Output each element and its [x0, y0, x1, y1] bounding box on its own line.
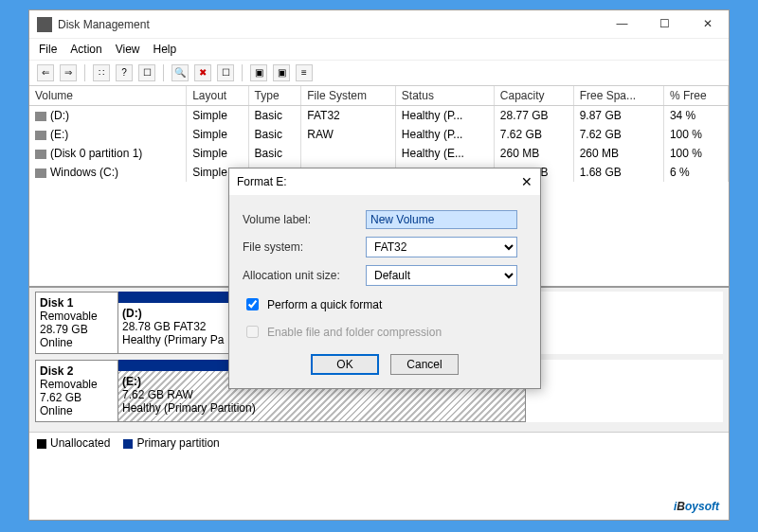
file-system-select[interactable]: FAT32 [366, 237, 517, 257]
table-row[interactable]: (E:)SimpleBasicRAWHealthy (P...7.62 GB7.… [29, 125, 729, 144]
dialog-title: Format E: [237, 175, 521, 188]
legend: Unallocated Primary partition [29, 432, 729, 453]
table-row[interactable]: (D:)SimpleBasicFAT32Healthy (P...28.77 G… [29, 106, 729, 126]
maximize-button[interactable]: ☐ [643, 10, 686, 39]
toolbar-icon[interactable]: 🔍 [171, 64, 189, 81]
col-type[interactable]: Type [248, 86, 301, 106]
watermark-logo: iBoysoft [674, 491, 719, 516]
separator [242, 64, 243, 81]
table-row[interactable]: (Disk 0 partition 1)SimpleBasicHealthy (… [29, 144, 729, 163]
swatch-primary [123, 439, 133, 449]
col-pct[interactable]: % Free [663, 86, 728, 106]
swatch-unallocated [37, 439, 46, 449]
quick-format-label: Perform a quick format [267, 298, 382, 311]
app-icon [37, 17, 52, 32]
col-free[interactable]: Free Spa... [573, 86, 663, 106]
toolbar-icon[interactable]: ≡ [296, 64, 313, 81]
allocation-size-label: Allocation unit size: [243, 269, 366, 282]
col-status[interactable]: Status [395, 86, 494, 106]
refresh-icon[interactable]: ? [116, 64, 133, 81]
toolbar: ⇐ ⇒ ∷ ? ☐ 🔍 ✖ ☐ ▣ ▣ ≡ [29, 61, 729, 86]
legend-primary: Primary partition [136, 436, 219, 450]
table-header: Volume Layout Type File System Status Ca… [29, 86, 729, 106]
close-button[interactable]: ✕ [686, 10, 729, 39]
volume-label-label: Volume label: [243, 213, 366, 226]
forward-icon[interactable]: ⇒ [60, 64, 77, 81]
file-system-label: File system: [243, 240, 366, 254]
legend-unallocated: Unallocated [50, 436, 110, 450]
col-fs[interactable]: File System [301, 86, 396, 106]
separator [84, 64, 85, 81]
close-icon[interactable]: ✕ [521, 174, 532, 189]
drive-icon [35, 150, 46, 159]
dialog-titlebar: Format E: ✕ [229, 168, 540, 195]
menu-help[interactable]: Help [153, 43, 177, 56]
ok-button[interactable]: OK [311, 354, 379, 375]
compression-checkbox [246, 326, 259, 338]
cancel-button[interactable]: Cancel [390, 354, 459, 375]
col-capacity[interactable]: Capacity [494, 86, 573, 106]
allocation-size-select[interactable]: Default [366, 265, 517, 286]
toolbar-icon[interactable]: ▣ [250, 64, 267, 81]
titlebar: Disk Management — ☐ ✕ [29, 10, 729, 39]
menu-file[interactable]: File [39, 43, 57, 56]
disk-header[interactable]: Disk 2Removable7.62 GBOnline [35, 360, 118, 422]
window-title: Disk Management [58, 18, 601, 31]
volume-label-input[interactable] [366, 210, 517, 229]
menu-action[interactable]: Action [70, 43, 101, 56]
minimize-button[interactable]: — [601, 10, 643, 39]
drive-icon [35, 131, 46, 140]
disk-header[interactable]: Disk 1Removable28.79 GBOnline [35, 292, 118, 354]
disk-management-window: Disk Management — ☐ ✕ File Action View H… [28, 9, 730, 521]
toolbar-icon[interactable]: ∷ [93, 64, 110, 81]
toolbar-icon[interactable]: ☐ [138, 64, 155, 81]
drive-icon [35, 168, 46, 178]
compression-label: Enable file and folder compression [267, 326, 442, 339]
menu-view[interactable]: View [116, 43, 140, 56]
separator [163, 64, 164, 81]
delete-icon[interactable]: ✖ [194, 64, 211, 81]
toolbar-icon[interactable]: ☐ [217, 64, 234, 81]
format-dialog: Format E: ✕ Volume label: File system: F… [228, 168, 541, 389]
toolbar-icon[interactable]: ▣ [273, 64, 290, 81]
quick-format-checkbox[interactable] [246, 298, 259, 310]
menubar: File Action View Help [29, 39, 729, 61]
col-layout[interactable]: Layout [187, 86, 248, 106]
back-icon[interactable]: ⇐ [37, 64, 54, 81]
col-volume[interactable]: Volume [29, 86, 187, 106]
drive-icon [35, 112, 46, 121]
